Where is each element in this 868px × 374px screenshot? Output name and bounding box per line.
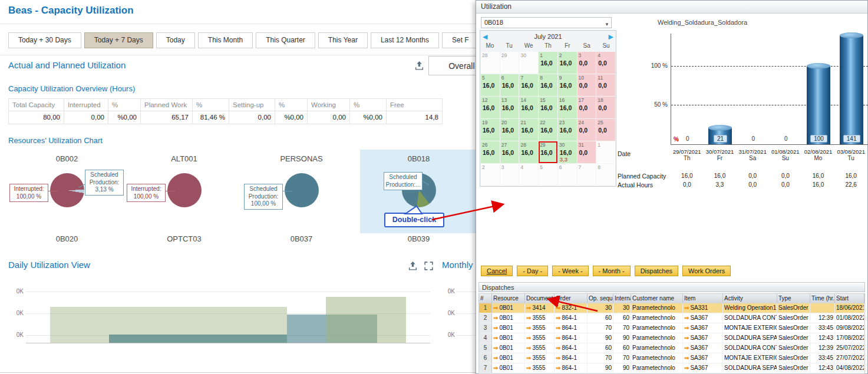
calendar-day-cell[interactable]: 6 <box>558 164 577 186</box>
calendar-day-cell[interactable]: 11 0,0 <box>596 74 615 96</box>
calendar-day-cell[interactable]: 26 16,0 <box>481 141 500 163</box>
dispatch-order-link[interactable]: ⇒832-1 <box>555 303 588 313</box>
calendar-day-cell[interactable]: 7 16,0 <box>519 74 538 96</box>
expand-icon[interactable] <box>424 261 434 271</box>
calendar-day-cell[interactable]: 30 16,0 3,3 <box>558 141 577 163</box>
calendar-day-cell[interactable]: 30 <box>519 52 538 74</box>
dispatch-resource-link[interactable]: ⇒0B01 <box>492 303 525 313</box>
calendar-day-cell[interactable]: 7 <box>577 164 596 186</box>
calendar-day-cell[interactable]: 25 0,0 <box>596 119 615 141</box>
dispatch-document-link[interactable]: ⇒3555 <box>525 363 555 373</box>
dispatch-order-link[interactable]: ⇒864-1 <box>555 313 588 323</box>
action-button[interactable]: Dispatches <box>635 266 678 276</box>
dispatch-document-link[interactable]: ⇒3555 <box>525 333 555 343</box>
calendar-day-cell[interactable]: 4 0,0 <box>596 52 615 74</box>
calendar-day-cell[interactable]: 1 <box>596 141 615 163</box>
calendar-day-cell[interactable]: 16 16,0 <box>558 97 577 118</box>
calendar-day-cell[interactable]: 24 0,0 <box>577 119 596 141</box>
dispatch-column-header[interactable]: Resource <box>492 294 525 303</box>
calendar-day-cell[interactable]: 12 16,0 <box>481 97 500 118</box>
calendar-day-cell[interactable]: 10 0,0 <box>577 74 596 96</box>
pie-chart-ALT001[interactable] <box>167 173 202 207</box>
dispatch-order-link[interactable]: ⇒864-1 <box>555 363 588 373</box>
dispatch-item-link[interactable]: ⇒SA367 <box>683 323 723 333</box>
dispatch-column-header[interactable]: Order <box>555 294 588 303</box>
time-filter-button[interactable]: Today <box>156 32 195 48</box>
calendar-day-cell[interactable]: 29 <box>500 52 519 74</box>
dispatch-column-header[interactable]: Internal <box>613 294 631 303</box>
calendar-day-cell[interactable]: 9 16,0 <box>558 74 577 96</box>
dispatch-resource-link[interactable]: ⇒0B01 <box>492 353 525 363</box>
calendar-day-cell[interactable]: 20 16,0 <box>500 119 519 141</box>
calendar-day-cell[interactable]: 1 16,0 <box>539 52 557 74</box>
calendar-day-cell[interactable]: 13 16,0 <box>500 97 519 118</box>
dispatch-resource-link[interactable]: ⇒0B01 <box>492 343 525 353</box>
calendar-day-cell[interactable]: 28 16,0 <box>519 141 538 163</box>
calendar-day-cell[interactable]: 2 <box>481 164 500 186</box>
calendar-day-cell[interactable]: 2 16,0 <box>558 52 577 74</box>
calendar-day-cell[interactable]: 22 16,0 <box>539 119 557 141</box>
calendar-day-cell[interactable]: 15 16,0 <box>539 97 557 118</box>
window-titlebar[interactable]: Utilization <box>476 1 867 14</box>
action-button[interactable]: Cancel <box>481 266 513 276</box>
dispatch-order-link[interactable]: ⇒864-1 <box>555 353 588 363</box>
calendar-day-cell[interactable]: 29 16,0 <box>539 141 557 163</box>
calendar-day-cell[interactable]: 5 16,0 <box>481 74 500 96</box>
calendar-prev-icon[interactable]: ◀ <box>483 31 487 42</box>
time-filter-button[interactable]: Last 12 Months <box>371 32 439 48</box>
calendar-day-cell[interactable]: 5 <box>539 164 557 186</box>
dispatch-document-link[interactable]: ⇒3555 <box>525 343 555 353</box>
dispatch-column-header[interactable]: Start <box>835 294 864 303</box>
dispatch-item-link[interactable]: ⇒SA367 <box>683 343 723 353</box>
dispatch-document-link[interactable]: ⇒3555 <box>525 353 555 363</box>
dispatch-column-header[interactable]: Document <box>525 294 555 303</box>
dispatch-resource-link[interactable]: ⇒0B01 <box>492 323 525 333</box>
dispatch-item-link[interactable]: ⇒SA367 <box>683 363 723 373</box>
dispatch-resource-link[interactable]: ⇒0B01 <box>492 313 525 323</box>
calendar-next-icon[interactable]: ▶ <box>609 31 613 42</box>
dispatch-row[interactable]: 2 ⇒0B01 ⇒3555 ⇒864-1 60 60 Parametechnol… <box>479 313 864 323</box>
dispatch-order-link[interactable]: ⇒864-1 <box>555 333 588 343</box>
calendar-day-cell[interactable]: 21 16,0 <box>519 119 538 141</box>
dispatch-row[interactable]: 5 ⇒0B01 ⇒3555 ⇒864-1 60 60 Parametechnol… <box>479 343 864 353</box>
action-button[interactable]: - Week - <box>552 266 588 276</box>
time-filter-button[interactable]: This Year <box>318 32 368 48</box>
dispatch-column-header[interactable]: Time (hr.) Total <box>810 294 835 303</box>
dispatch-order-link[interactable]: ⇒864-1 <box>555 343 588 353</box>
calendar-day-cell[interactable]: 8 <box>596 164 615 186</box>
dispatch-column-header[interactable]: Item <box>683 294 723 303</box>
action-button[interactable]: - Month - <box>593 266 631 276</box>
time-filter-button[interactable]: Today + 30 Days <box>8 32 81 48</box>
calendar-day-cell[interactable]: 6 16,0 <box>500 74 519 96</box>
dispatch-row[interactable]: 4 ⇒0B01 ⇒3555 ⇒864-1 90 90 Parametechnol… <box>479 333 864 343</box>
pie-chart-0B002[interactable] <box>50 173 84 207</box>
calendar-day-cell[interactable]: 28 <box>481 52 500 74</box>
dispatch-resource-link[interactable]: ⇒0B01 <box>492 333 525 343</box>
calendar-day-cell[interactable]: 19 16,0 <box>481 119 500 141</box>
dispatch-column-header[interactable]: Op. sequ.. <box>588 294 613 303</box>
dispatch-item-link[interactable]: ⇒SA367 <box>683 333 723 343</box>
dispatch-resource-link[interactable]: ⇒0B01 <box>492 363 525 373</box>
dispatch-document-link[interactable]: ⇒3555 <box>525 313 555 323</box>
dispatch-row[interactable]: 3 ⇒0B01 ⇒3555 ⇒864-1 70 70 Parametechnol… <box>479 323 864 333</box>
resource-dropdown[interactable]: 0B018 ▼ <box>481 17 612 28</box>
dispatch-row[interactable]: 7 ⇒0B01 ⇒3555 ⇒864-1 90 90 Parametechnol… <box>479 363 864 373</box>
dispatch-row[interactable]: 1 ⇒0B01 ⇒3414 ⇒832-1 30 30 Parametechnol… <box>479 303 864 313</box>
dispatch-column-header[interactable]: # <box>479 294 492 303</box>
dispatch-document-link[interactable]: ⇒3555 <box>525 323 555 333</box>
action-button[interactable]: Work Orders <box>682 266 731 276</box>
calendar-day-cell[interactable]: 17 0,0 <box>577 97 596 118</box>
utilization-bar[interactable] <box>840 35 863 144</box>
export-icon[interactable] <box>408 261 418 271</box>
action-button[interactable]: - Day - <box>517 266 548 276</box>
calendar-day-cell[interactable]: 8 16,0 <box>539 74 557 96</box>
pie-chart-PERSONAS[interactable] <box>285 173 319 207</box>
calendar-day-cell[interactable]: 4 <box>519 164 538 186</box>
calendar-day-cell[interactable]: 27 16,0 <box>500 141 519 163</box>
calendar-day-cell[interactable]: 14 16,0 <box>519 97 538 118</box>
calendar-day-cell[interactable]: 3 <box>500 164 519 186</box>
dispatch-item-link[interactable]: ⇒SA367 <box>683 353 723 363</box>
dispatch-item-link[interactable]: ⇒SA331 <box>683 303 723 313</box>
time-filter-button[interactable]: Set F <box>442 32 479 48</box>
time-filter-button[interactable]: This Quarter <box>256 32 315 48</box>
